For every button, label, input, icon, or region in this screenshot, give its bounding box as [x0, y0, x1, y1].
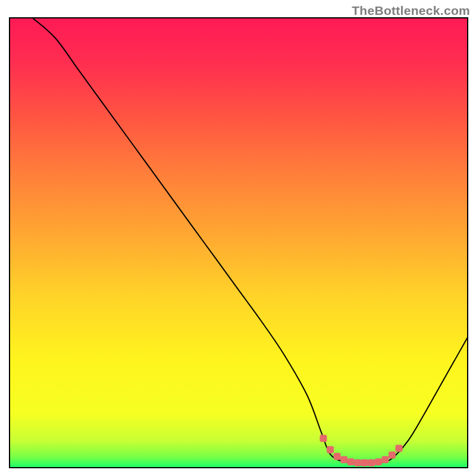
valley-marker [375, 458, 382, 465]
valley-marker [320, 435, 327, 442]
valley-marker [396, 444, 403, 452]
valley-marker [347, 458, 355, 465]
valley-marker [368, 459, 375, 466]
valley-marker [354, 459, 361, 466]
chart-container: TheBottleneck.com [0, 0, 476, 476]
valley-marker [340, 456, 347, 463]
valley-marker [381, 456, 389, 463]
bottleneck-chart [0, 0, 476, 476]
gradient-background [10, 18, 468, 468]
valley-marker [327, 446, 334, 453]
valley-marker [334, 453, 341, 460]
valley-marker [389, 452, 396, 459]
valley-marker [361, 459, 368, 466]
